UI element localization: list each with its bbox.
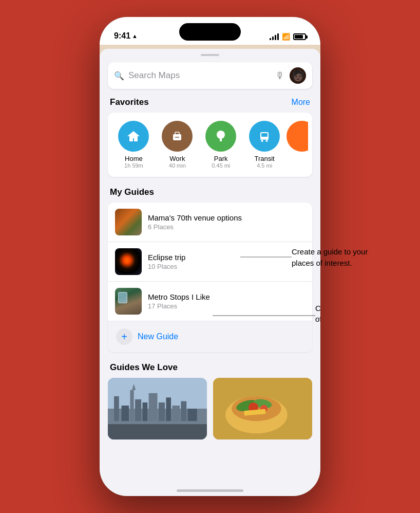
- food-svg: [213, 378, 312, 439]
- search-bar[interactable]: 🔍 Search Maps 🎙 🧑🏿: [108, 62, 312, 89]
- sf-skyline-svg: [108, 378, 207, 439]
- guides-we-love-title: Guides We Love: [108, 362, 312, 373]
- guide-thumb-metro: [115, 288, 142, 315]
- search-icon: 🔍: [114, 71, 124, 81]
- park-icon-circle: [205, 121, 236, 152]
- callout-text: Create a guide to your places of interes…: [315, 303, 320, 324]
- home-sublabel: 1h 59m: [124, 162, 143, 169]
- gwl-card-sf[interactable]: [108, 378, 207, 439]
- dynamic-island: [179, 23, 241, 41]
- park-icon: [214, 129, 228, 143]
- metro-window: [118, 292, 127, 303]
- home-icon-circle: [118, 121, 149, 152]
- svg-rect-12: [114, 396, 119, 421]
- park-sublabel: 0.45 mi: [212, 162, 230, 169]
- work-icon: [170, 129, 184, 143]
- favorites-card: Home 1h 59m Work 40 min: [108, 113, 312, 177]
- favorites-header: Favorites More: [100, 97, 320, 113]
- guide-info-metro: Metro Stops I Like 17 Places: [148, 292, 305, 310]
- avatar[interactable]: 🧑🏿: [290, 67, 306, 84]
- svg-rect-24: [108, 424, 207, 439]
- bottom-sheet[interactable]: 🔍 Search Maps 🎙 🧑🏿 Favorites More: [100, 49, 320, 496]
- bottom-spacer: [100, 439, 320, 460]
- guide-count-mamas: 6 Places: [148, 223, 305, 231]
- svg-point-2: [217, 131, 225, 139]
- search-input[interactable]: Search Maps: [128, 70, 275, 81]
- status-icons: 📶: [270, 33, 306, 41]
- guides-we-love-section: Guides We Love: [100, 362, 320, 439]
- new-guide-label: New Guide: [138, 332, 178, 341]
- svg-rect-5: [261, 133, 268, 137]
- external-callout-text: Create a guide to your places of interes…: [292, 246, 389, 269]
- location-arrow-icon: ▲: [132, 33, 138, 39]
- battery-icon: [293, 33, 306, 40]
- svg-rect-22: [181, 401, 186, 422]
- guide-count-eclipse: 10 Places: [148, 263, 305, 270]
- favorites-title: Favorites: [110, 97, 149, 107]
- svg-rect-19: [159, 402, 165, 421]
- work-sublabel: 40 min: [169, 162, 186, 169]
- guides-we-love-row: [108, 378, 312, 439]
- svg-rect-23: [188, 409, 197, 421]
- guide-thumb-eclipse: [115, 248, 142, 275]
- home-indicator[interactable]: [177, 489, 243, 492]
- svg-rect-16: [135, 399, 141, 421]
- transit-icon: [257, 129, 272, 143]
- my-guides-header: My Guides: [100, 187, 320, 203]
- svg-rect-14: [130, 390, 133, 421]
- favorite-work[interactable]: Work 40 min: [156, 121, 199, 169]
- external-callout: Create a guide to your places of interes…: [292, 246, 389, 269]
- callout-container: Create a guide to your places of interes…: [315, 303, 320, 324]
- map-content: 🔍 Search Maps 🎙 🧑🏿 Favorites More: [100, 45, 320, 496]
- guides-card: Mama's 70th venue options 6 Places Eclip…: [108, 203, 312, 352]
- sheet-handle: [201, 54, 219, 56]
- guide-mamas[interactable]: Mama's 70th venue options 6 Places: [108, 203, 312, 242]
- svg-point-7: [266, 140, 268, 142]
- park-label: Park: [214, 155, 228, 162]
- status-time: 9:41 ▲: [114, 31, 138, 41]
- favorite-park[interactable]: Park 0.45 mi: [199, 121, 243, 169]
- svg-rect-17: [143, 402, 148, 421]
- favorite-partial[interactable]: [287, 121, 308, 169]
- guide-eclipse[interactable]: Eclipse trip 10 Places: [108, 242, 312, 282]
- new-guide-button[interactable]: + New Guide: [108, 321, 312, 352]
- signal-icon: [270, 33, 279, 40]
- guide-thumb-mamas: [115, 209, 142, 235]
- svg-rect-21: [172, 406, 179, 421]
- svg-point-6: [261, 140, 263, 142]
- favorites-row: Home 1h 59m Work 40 min: [108, 121, 312, 169]
- favorite-transit[interactable]: Transit 4.5 mi: [243, 121, 287, 169]
- work-label: Work: [169, 155, 185, 162]
- guides-wrapper: Mama's 70th venue options 6 Places Eclip…: [100, 203, 320, 352]
- work-icon-circle: [162, 121, 193, 152]
- home-label: Home: [125, 155, 143, 162]
- home-icon: [126, 129, 141, 144]
- guide-info-eclipse: Eclipse trip 10 Places: [148, 253, 305, 270]
- gwl-sf-image: [108, 378, 207, 439]
- favorite-home[interactable]: Home 1h 59m: [112, 121, 156, 169]
- partial-icon-circle: [287, 121, 308, 152]
- svg-rect-18: [149, 393, 158, 421]
- plus-icon: +: [116, 328, 132, 345]
- guide-count-metro: 17 Places: [148, 302, 305, 310]
- guide-metro[interactable]: Metro Stops I Like 17 Places: [108, 282, 312, 321]
- callout-connector-svg: [240, 256, 292, 258]
- gwl-food-image: [213, 378, 312, 439]
- svg-rect-20: [166, 397, 171, 421]
- wifi-icon: 📶: [282, 33, 290, 41]
- guide-info-mamas: Mama's 70th venue options 6 Places: [148, 213, 305, 231]
- my-guides-title: My Guides: [110, 187, 154, 197]
- guide-name-mamas: Mama's 70th venue options: [148, 213, 305, 222]
- transit-sublabel: 4.5 mi: [257, 162, 272, 169]
- gwl-card-food[interactable]: [213, 378, 312, 439]
- svg-rect-13: [122, 406, 129, 421]
- microphone-icon[interactable]: 🎙: [275, 70, 284, 81]
- transit-icon-circle: [249, 121, 280, 152]
- time-display: 9:41: [114, 31, 130, 41]
- favorites-more-button[interactable]: More: [292, 98, 310, 107]
- svg-rect-3: [220, 138, 222, 141]
- guide-name-metro: Metro Stops I Like: [148, 292, 305, 301]
- transit-label: Transit: [254, 155, 274, 162]
